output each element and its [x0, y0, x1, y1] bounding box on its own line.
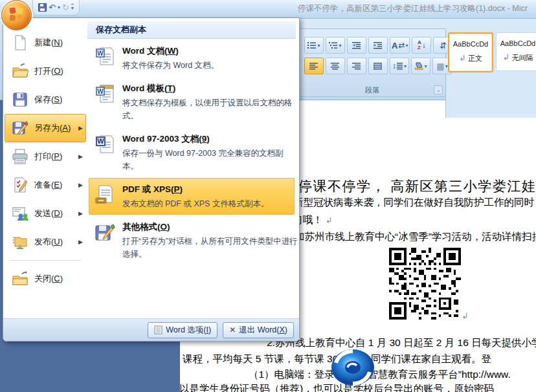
close-x-icon: ✕	[229, 325, 236, 334]
document-line: 加苏州市线上教育中心“冰雪季”学习活动，活动详情扫描二	[295, 230, 536, 244]
submenu-arrow-icon: ▶	[78, 182, 83, 188]
quick-access-toolbar: ↶▾ ↻ ▾	[32, 0, 80, 16]
new-document-icon	[12, 34, 28, 51]
pdf-xps-icon	[94, 184, 116, 205]
word-options-button[interactable]: Word 选项(I)	[148, 322, 218, 338]
submenu-item-title: Word 模板(T)	[122, 83, 298, 94]
character-scale-button[interactable]: A⇄ ▾	[390, 37, 410, 54]
menu-item-label: 关闭(C)	[34, 273, 63, 285]
dropdown-caret-icon: ▾	[404, 63, 407, 69]
svg-text:W: W	[97, 50, 104, 57]
save-floppy-icon	[12, 91, 28, 108]
menu-item-label: 发布(U)	[34, 236, 63, 248]
menu-item-send[interactable]: 发送(D) ▶	[5, 199, 86, 228]
formatting-marks-icon: ⇵	[440, 41, 447, 50]
menu-item-close[interactable]: 关闭(C)	[5, 265, 86, 293]
menu-item-label: 打印(P)	[34, 151, 62, 162]
align-center-button[interactable]	[326, 58, 345, 74]
svg-text:W: W	[97, 88, 104, 95]
menu-item-label: 准备(E)	[34, 179, 62, 191]
style-name: 正文	[468, 54, 482, 62]
svg-text:W: W	[97, 137, 104, 145]
style-name: 无间隔	[511, 54, 533, 61]
align-left-button[interactable]	[304, 58, 324, 74]
style-sample-text: AaBbCcDd	[449, 40, 492, 48]
word-template-icon: W	[94, 83, 116, 104]
menu-item-label: 发送(D)	[34, 208, 63, 219]
save-icon[interactable]	[38, 3, 47, 12]
document-heading: 停课不停学， 高新区第三小学娄江娃线上学	[298, 177, 536, 195]
office-menu-left-column: 新建(N) 打开(O) 保存(S) 另存为(A) ▶ 打印(P) ▶	[3, 18, 87, 319]
redo-icon[interactable]: ↻	[62, 3, 69, 12]
paragraph-dialog-launcher[interactable]: ⌟	[434, 85, 443, 94]
undo-dropdown-caret[interactable]: ▾	[58, 5, 60, 10]
office-button[interactable]	[1, 0, 32, 30]
menu-item-label: 另存为(A)	[34, 122, 71, 134]
submenu-arrow-icon: ▶	[78, 239, 83, 245]
dropdown-caret-icon: ▾	[339, 43, 341, 49]
style-normal[interactable]: AaBbCcDd ↲ 正文	[448, 32, 493, 72]
dropdown-caret-icon: ▾	[317, 43, 320, 49]
submenu-item-title: Word 文档(W)	[122, 45, 298, 57]
menu-item-label: 保存(S)	[34, 94, 62, 105]
style-no-spacing[interactable]: AaBbCcDd ↲ 无间隔	[496, 32, 536, 71]
sort-button[interactable]: A Z ↓	[412, 37, 431, 54]
updown-arrow-icon: ↕	[392, 62, 396, 70]
align-right-button[interactable]	[347, 58, 366, 74]
style-paragraph-mark: ↲	[459, 53, 466, 63]
submenu-item-word-template[interactable]: W Word 模板(T) 将文档保存为模板，以便用于设置以后文档的格式。	[89, 77, 295, 127]
menu-item-label: 打开(O)	[34, 65, 63, 77]
scale-arrows-icon: ⇄	[398, 41, 405, 49]
swirl-watermark-logo	[330, 349, 375, 387]
window-title: 停课不停学，高新区第三小学娄江娃线上学习攻略(1).docx - Micr	[298, 3, 528, 14]
submenu-item-description: 打开“另存为”对话框，从所有可用文件类型中进行选择。	[122, 235, 298, 261]
submenu-item-title: PDF 或 XPS(P)	[122, 184, 298, 195]
submenu-arrow-icon: ▶	[78, 210, 83, 217]
sort-arrow-icon: ↓	[422, 41, 426, 49]
shading-button[interactable]: ▾	[411, 58, 430, 74]
office-logo-icon	[9, 7, 23, 21]
submenu-item-pdf-xps[interactable]: PDF 或 XPS(P) 发布文档的 PDF 或 XPS 文件格式副本。	[89, 178, 295, 215]
char-scale-a-glyph: A	[392, 41, 397, 50]
menu-item-open[interactable]: 打开(O)	[5, 57, 86, 85]
menu-item-new[interactable]: 新建(N)	[5, 28, 86, 57]
numbered-list-button[interactable]: ▾	[304, 37, 324, 54]
word-97-2003-icon: W	[94, 133, 116, 155]
increase-indent-button[interactable]	[368, 37, 388, 54]
undo-icon[interactable]: ↶	[49, 3, 56, 12]
publish-icon	[12, 234, 28, 250]
borders-grid-icon: ▦	[436, 62, 444, 71]
word-options-label: Word 选项(I)	[166, 325, 211, 336]
multilevel-list-button[interactable]: ▾	[326, 37, 345, 54]
submenu-item-title: 其他格式(O)	[122, 221, 298, 233]
menu-separator	[10, 260, 81, 261]
submenu-header: 保存文档副本	[87, 21, 296, 39]
customize-qat-icon[interactable]: ▾	[71, 4, 74, 11]
dropdown-caret-icon: ▾	[405, 43, 408, 49]
document-line: 2.苏州线上教育中心自 1 月 30 日起至 2 月 16 日每天提供小学一至	[267, 336, 536, 350]
qr-code-image	[389, 248, 461, 320]
menu-item-prepare[interactable]: 准备(E) ▶	[5, 171, 86, 199]
style-sample-text: AaBbCcDd	[497, 39, 536, 47]
decrease-indent-button[interactable]	[347, 37, 366, 54]
menu-item-publish[interactable]: 发布(U) ▶	[5, 228, 86, 256]
close-folder-icon	[12, 270, 28, 287]
submenu-item-word-97-2003[interactable]: W Word 97-2003 文档(9) 保存一份与 Word 97-2003 …	[89, 127, 295, 177]
submenu-item-word-document[interactable]: W Word 文档(W) 将文件保存为 Word 文档。	[89, 39, 295, 76]
line-spacing-button[interactable]: ↕ ▾	[390, 58, 409, 74]
paragraph-group-label: 段落	[299, 85, 445, 95]
exit-word-button[interactable]: ✕ 退出 Word(X)	[223, 322, 294, 338]
menu-item-save[interactable]: 保存(S)	[5, 85, 86, 114]
send-icon	[12, 205, 28, 222]
justify-distribute-button[interactable]	[368, 58, 388, 74]
document-line: 新型冠状病毒来袭，同学们在做好自我防护工作的同时，可以	[293, 196, 536, 210]
other-formats-icon	[94, 221, 116, 243]
word-options-icon	[154, 325, 162, 334]
menu-item-print[interactable]: 打印(P) ▶	[5, 142, 86, 171]
menu-item-label: 新建(N)	[34, 37, 63, 49]
word-window: 停课不停学， 高新区第三小学娄江娃线上学 新型冠状病毒来袭，同学们在做好自我防护…	[0, 0, 536, 392]
paragraph-mark: ↲	[326, 215, 333, 225]
menu-item-save-as[interactable]: 另存为(A) ▶	[5, 114, 86, 142]
open-folder-icon	[12, 63, 28, 80]
submenu-item-other-formats[interactable]: 其他格式(O) 打开“另存为”对话框，从所有可用文件类型中进行选择。	[89, 215, 295, 265]
